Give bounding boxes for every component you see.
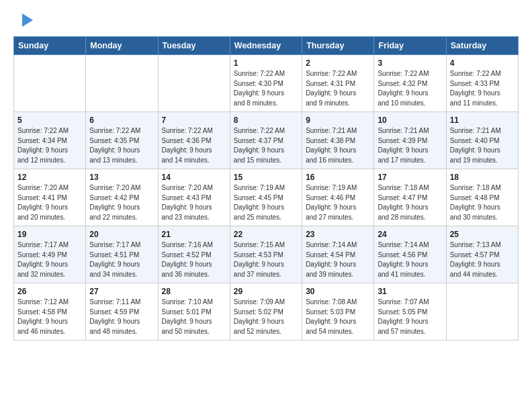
day-detail: Sunrise: 7:22 AM Sunset: 4:31 PM Dayligh… <box>306 69 370 108</box>
day-detail: Sunrise: 7:12 AM Sunset: 4:58 PM Dayligh… <box>17 298 82 336</box>
day-number: 6 <box>89 116 154 125</box>
calendar-cell: 25Sunrise: 7:13 AM Sunset: 4:57 PM Dayli… <box>446 226 518 283</box>
header-row <box>13 11 519 32</box>
day-detail: Sunrise: 7:16 AM Sunset: 4:52 PM Dayligh… <box>162 240 226 279</box>
day-number: 5 <box>17 116 82 125</box>
svg-marker-0 <box>22 13 33 27</box>
calendar-cell: 22Sunrise: 7:15 AM Sunset: 4:53 PM Dayli… <box>230 226 302 283</box>
calendar-cell: 2Sunrise: 7:22 AM Sunset: 4:31 PM Daylig… <box>302 55 374 112</box>
day-detail: Sunrise: 7:22 AM Sunset: 4:32 PM Dayligh… <box>378 69 442 108</box>
day-number: 28 <box>162 287 226 296</box>
day-detail: Sunrise: 7:21 AM Sunset: 4:39 PM Dayligh… <box>378 126 442 165</box>
day-number: 15 <box>234 173 298 182</box>
day-detail: Sunrise: 7:20 AM Sunset: 4:43 PM Dayligh… <box>162 183 226 222</box>
day-number: 9 <box>306 116 370 125</box>
calendar-cell: 24Sunrise: 7:14 AM Sunset: 4:56 PM Dayli… <box>374 226 446 283</box>
logo <box>13 11 36 32</box>
calendar-week-5: 26Sunrise: 7:12 AM Sunset: 4:58 PM Dayli… <box>14 283 519 340</box>
day-number: 24 <box>378 230 442 239</box>
calendar-cell: 23Sunrise: 7:14 AM Sunset: 4:54 PM Dayli… <box>302 226 374 283</box>
calendar-cell: 3Sunrise: 7:22 AM Sunset: 4:32 PM Daylig… <box>374 55 446 112</box>
day-detail: Sunrise: 7:14 AM Sunset: 4:54 PM Dayligh… <box>306 240 370 279</box>
day-detail: Sunrise: 7:17 AM Sunset: 4:51 PM Dayligh… <box>89 240 154 279</box>
day-detail: Sunrise: 7:08 AM Sunset: 5:03 PM Dayligh… <box>306 298 370 336</box>
calendar-table: SundayMondayTuesdayWednesdayThursdayFrid… <box>13 36 519 340</box>
calendar-cell: 1Sunrise: 7:22 AM Sunset: 4:30 PM Daylig… <box>230 55 302 112</box>
day-number: 14 <box>162 173 226 182</box>
calendar-cell: 8Sunrise: 7:22 AM Sunset: 4:37 PM Daylig… <box>230 112 302 169</box>
day-number: 31 <box>378 287 442 296</box>
calendar-cell: 30Sunrise: 7:08 AM Sunset: 5:03 PM Dayli… <box>302 283 374 340</box>
day-number: 21 <box>162 230 226 239</box>
day-number: 4 <box>450 58 515 68</box>
day-detail: Sunrise: 7:10 AM Sunset: 5:01 PM Dayligh… <box>162 298 226 336</box>
day-number: 27 <box>89 287 154 296</box>
logo-icon <box>17 11 36 30</box>
day-number: 13 <box>89 173 154 182</box>
day-detail: Sunrise: 7:22 AM Sunset: 4:33 PM Dayligh… <box>450 69 515 108</box>
calendar-cell: 13Sunrise: 7:20 AM Sunset: 4:42 PM Dayli… <box>86 169 158 226</box>
calendar-cell: 19Sunrise: 7:17 AM Sunset: 4:49 PM Dayli… <box>14 226 86 283</box>
day-detail: Sunrise: 7:17 AM Sunset: 4:49 PM Dayligh… <box>17 240 82 279</box>
calendar-cell: 9Sunrise: 7:21 AM Sunset: 4:38 PM Daylig… <box>302 112 374 169</box>
calendar-week-4: 19Sunrise: 7:17 AM Sunset: 4:49 PM Dayli… <box>14 226 519 283</box>
day-detail: Sunrise: 7:09 AM Sunset: 5:02 PM Dayligh… <box>234 298 298 336</box>
day-detail: Sunrise: 7:21 AM Sunset: 4:40 PM Dayligh… <box>450 126 515 165</box>
day-number: 26 <box>17 287 82 296</box>
calendar-cell: 11Sunrise: 7:21 AM Sunset: 4:40 PM Dayli… <box>446 112 518 169</box>
day-number: 7 <box>162 116 226 125</box>
day-number: 19 <box>17 230 82 239</box>
day-detail: Sunrise: 7:14 AM Sunset: 4:56 PM Dayligh… <box>378 240 442 279</box>
day-detail: Sunrise: 7:22 AM Sunset: 4:34 PM Dayligh… <box>17 126 82 165</box>
weekday-header-friday: Friday <box>374 37 446 55</box>
page-container: SundayMondayTuesdayWednesdayThursdayFrid… <box>0 0 532 347</box>
weekday-header-tuesday: Tuesday <box>158 37 230 55</box>
calendar-cell: 17Sunrise: 7:18 AM Sunset: 4:47 PM Dayli… <box>374 169 446 226</box>
weekday-header-thursday: Thursday <box>302 37 374 55</box>
day-detail: Sunrise: 7:22 AM Sunset: 4:30 PM Dayligh… <box>234 69 298 108</box>
calendar-cell: 10Sunrise: 7:21 AM Sunset: 4:39 PM Dayli… <box>374 112 446 169</box>
day-detail: Sunrise: 7:22 AM Sunset: 4:36 PM Dayligh… <box>162 126 226 165</box>
day-detail: Sunrise: 7:13 AM Sunset: 4:57 PM Dayligh… <box>450 240 515 279</box>
weekday-header-saturday: Saturday <box>446 37 518 55</box>
day-number: 1 <box>234 58 298 68</box>
weekday-header-row: SundayMondayTuesdayWednesdayThursdayFrid… <box>14 37 519 55</box>
calendar-cell: 21Sunrise: 7:16 AM Sunset: 4:52 PM Dayli… <box>158 226 230 283</box>
calendar-cell: 7Sunrise: 7:22 AM Sunset: 4:36 PM Daylig… <box>158 112 230 169</box>
day-detail: Sunrise: 7:18 AM Sunset: 4:48 PM Dayligh… <box>450 183 515 222</box>
day-number: 23 <box>306 230 370 239</box>
day-detail: Sunrise: 7:07 AM Sunset: 5:05 PM Dayligh… <box>378 298 442 336</box>
day-detail: Sunrise: 7:11 AM Sunset: 4:59 PM Dayligh… <box>89 298 154 336</box>
day-detail: Sunrise: 7:20 AM Sunset: 4:42 PM Dayligh… <box>89 183 154 222</box>
calendar-cell: 5Sunrise: 7:22 AM Sunset: 4:34 PM Daylig… <box>14 112 86 169</box>
day-number: 29 <box>234 287 298 296</box>
day-detail: Sunrise: 7:21 AM Sunset: 4:38 PM Dayligh… <box>306 126 370 165</box>
day-number: 18 <box>450 173 515 182</box>
day-number: 22 <box>234 230 298 239</box>
calendar-cell <box>446 283 518 340</box>
weekday-header-sunday: Sunday <box>14 37 86 55</box>
calendar-cell: 16Sunrise: 7:19 AM Sunset: 4:46 PM Dayli… <box>302 169 374 226</box>
calendar-cell: 27Sunrise: 7:11 AM Sunset: 4:59 PM Dayli… <box>86 283 158 340</box>
day-number: 2 <box>306 58 370 68</box>
day-detail: Sunrise: 7:19 AM Sunset: 4:45 PM Dayligh… <box>234 183 298 222</box>
calendar-cell: 18Sunrise: 7:18 AM Sunset: 4:48 PM Dayli… <box>446 169 518 226</box>
day-number: 11 <box>450 116 515 125</box>
calendar-cell: 12Sunrise: 7:20 AM Sunset: 4:41 PM Dayli… <box>14 169 86 226</box>
calendar-cell: 6Sunrise: 7:22 AM Sunset: 4:35 PM Daylig… <box>86 112 158 169</box>
day-number: 8 <box>234 116 298 125</box>
day-number: 3 <box>378 58 442 68</box>
calendar-cell <box>86 55 158 112</box>
calendar-week-1: 1Sunrise: 7:22 AM Sunset: 4:30 PM Daylig… <box>14 55 519 112</box>
calendar-cell: 28Sunrise: 7:10 AM Sunset: 5:01 PM Dayli… <box>158 283 230 340</box>
day-detail: Sunrise: 7:22 AM Sunset: 4:37 PM Dayligh… <box>234 126 298 165</box>
calendar-cell: 29Sunrise: 7:09 AM Sunset: 5:02 PM Dayli… <box>230 283 302 340</box>
day-detail: Sunrise: 7:15 AM Sunset: 4:53 PM Dayligh… <box>234 240 298 279</box>
calendar-cell <box>14 55 86 112</box>
day-detail: Sunrise: 7:18 AM Sunset: 4:47 PM Dayligh… <box>378 183 442 222</box>
day-number: 12 <box>17 173 82 182</box>
weekday-header-monday: Monday <box>86 37 158 55</box>
day-number: 17 <box>378 173 442 182</box>
weekday-header-wednesday: Wednesday <box>230 37 302 55</box>
day-number: 30 <box>306 287 370 296</box>
